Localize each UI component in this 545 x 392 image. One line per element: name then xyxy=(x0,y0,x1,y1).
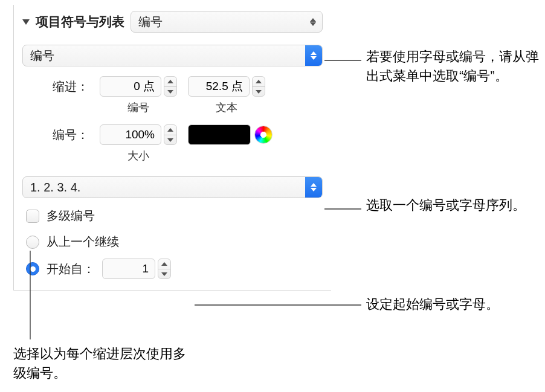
start-value-input[interactable] xyxy=(102,259,155,279)
chevron-up-icon[interactable] xyxy=(158,259,170,269)
indent-text-sublabel: 文本 xyxy=(216,100,237,115)
panel-header: 项目符号与列表 编号 xyxy=(22,5,323,37)
number-row: 编号： 大小 xyxy=(22,124,323,163)
indent-number-sublabel: 编号 xyxy=(127,100,149,115)
number-size-input[interactable] xyxy=(100,124,161,145)
chevron-up-icon[interactable] xyxy=(253,77,265,86)
start-value-stepper xyxy=(102,259,171,279)
indent-text-col: 文本 xyxy=(188,76,265,115)
callout-tiered: 选择以为每个缩进层次使用多级编号。 xyxy=(13,344,195,383)
indent-text-input[interactable] xyxy=(188,76,250,97)
stepper-arrows[interactable] xyxy=(164,76,177,97)
callout-format: 若要使用字母或编号，请从弹出式菜单中选取“编号”。 xyxy=(366,47,545,86)
chevron-down-icon[interactable] xyxy=(164,86,176,96)
stepper-arrows[interactable] xyxy=(158,259,171,279)
start-label: 开始自： xyxy=(47,261,95,277)
indent-number-stepper xyxy=(100,76,177,97)
continue-radio-row: 从上一个继续 xyxy=(22,234,323,250)
indent-number-input[interactable] xyxy=(100,76,161,97)
color-swatch[interactable] xyxy=(188,124,251,145)
number-size-stepper xyxy=(100,124,177,145)
disclosure-triangle-icon[interactable] xyxy=(22,19,30,25)
tiered-checkbox[interactable] xyxy=(26,210,39,223)
indent-text-stepper xyxy=(188,76,265,97)
continue-label: 从上一个继续 xyxy=(47,234,119,250)
sequence-popup-label: 1. 2. 3. 4. xyxy=(30,181,80,194)
sequence-popup[interactable]: 1. 2. 3. 4. xyxy=(22,176,323,198)
stepper-arrows[interactable] xyxy=(252,76,265,97)
chevron-up-icon[interactable] xyxy=(164,77,176,86)
tiered-label: 多级编号 xyxy=(47,208,95,224)
number-format-popup-label: 编号 xyxy=(30,48,54,64)
number-color-col xyxy=(188,124,272,145)
list-style-popup[interactable]: 编号 xyxy=(131,11,323,33)
tiered-checkbox-row: 多级编号 xyxy=(22,208,323,224)
stepper-arrows[interactable] xyxy=(164,124,177,145)
number-size-sublabel: 大小 xyxy=(127,149,149,163)
chevron-down-icon[interactable] xyxy=(158,269,170,278)
chevrons-icon xyxy=(305,45,322,66)
continue-radio[interactable] xyxy=(26,236,39,249)
number-size-col: 大小 xyxy=(100,124,177,163)
callout-sequence: 选取一个编号或字母序列。 xyxy=(366,196,526,215)
start-radio-row: 开始自： xyxy=(22,259,323,279)
chevrons-icon xyxy=(305,177,322,198)
color-wheel-icon[interactable] xyxy=(254,126,272,144)
chevron-up-icon[interactable] xyxy=(164,125,176,135)
chevron-down-icon[interactable] xyxy=(253,86,265,96)
indent-label: 缩进： xyxy=(22,76,89,95)
start-radio[interactable] xyxy=(26,262,39,275)
number-label: 编号： xyxy=(22,124,89,143)
chevron-down-icon[interactable] xyxy=(164,135,176,144)
chevrons-icon xyxy=(308,18,318,26)
number-format-popup[interactable]: 编号 xyxy=(22,45,323,66)
indent-number-col: 编号 xyxy=(100,76,177,115)
indent-row: 缩进： 编号 文本 xyxy=(22,76,323,115)
bullets-lists-panel: 项目符号与列表 编号 编号 缩进： 编号 xyxy=(13,5,331,291)
list-style-popup-label: 编号 xyxy=(138,14,163,30)
callout-start: 设定起始编号或字母。 xyxy=(366,295,499,314)
panel-title: 项目符号与列表 xyxy=(36,13,124,30)
